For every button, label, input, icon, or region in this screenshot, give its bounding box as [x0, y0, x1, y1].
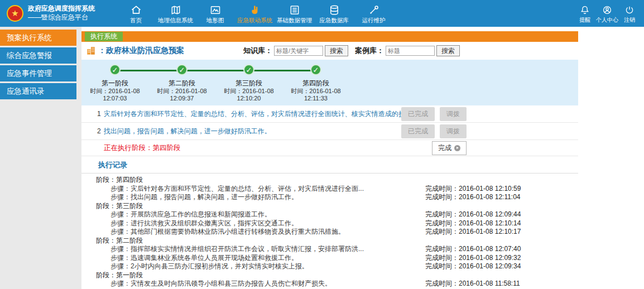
- stage-time: 12:07:03: [81, 95, 148, 102]
- stage-date: 时间：2016-01-08: [81, 88, 148, 95]
- knowledge-lib-label: 知识库：: [243, 46, 272, 56]
- current-step-row-2: 2 找出问题，报告问题，解决问题，进一步做好防汛工作。 已完成 调拨: [81, 123, 578, 140]
- case-lib-label: 案例库：: [355, 46, 384, 56]
- nav-item-emergency-linkage-system[interactable]: 应急联动系统: [235, 3, 275, 25]
- stage-4-check-icon: ✓: [310, 64, 321, 75]
- left-sidebar: 预案执行系统 综合应急警报 应急事件管理 应急通讯录: [0, 27, 81, 289]
- nav-item-terrain-map[interactable]: 地形图: [195, 3, 235, 25]
- case-search-button[interactable]: 搜索: [436, 45, 460, 56]
- execution-records-list: 阶段：第四阶段 步骤：灾后针对各方面和环节定性、定量的总结、分析、评估，对灾后情…: [81, 174, 578, 289]
- nav-item-label: 基础数据管理: [277, 17, 312, 25]
- logout-button[interactable]: 注销: [618, 3, 641, 24]
- step-description: 找出问题，报告问题，解决问题，进一步做好防汛工作。: [104, 127, 271, 136]
- step-number: 2: [97, 127, 101, 135]
- record-step-text: 步骤：进行抗洪救灾及组织群众撤离灾区，指挥灾区交通工作。: [81, 219, 425, 228]
- record-step-text: 步骤：迅速调集林业系统各单位人员展开现场处置和救援工作。: [81, 254, 425, 263]
- step-1-transfer-button[interactable]: 调拨: [440, 107, 467, 121]
- finish-button-label: 完成: [438, 143, 451, 153]
- sidebar-item-comprehensive-alert[interactable]: 综合应急警报: [0, 47, 76, 64]
- reminders-button[interactable]: 提醒: [574, 3, 596, 24]
- library-search-group: 知识库： 搜索 案例库： 搜索: [243, 45, 578, 56]
- plan-title: ：政府林业防汛应急预案: [98, 46, 184, 56]
- stage-time: 12:10:20: [215, 95, 282, 102]
- nav-item-label: 应急联动系统: [237, 17, 272, 25]
- nav-item-base-data-management[interactable]: 基础数据管理: [275, 3, 314, 25]
- action-label: 注销: [624, 16, 635, 24]
- record-row: 步骤：2小时内向县三防办汇报初步情况，并对实情实时核实上报。 完成时间：2016…: [81, 262, 578, 271]
- top-header: ★ 政府应急调度指挥系统 ——暨综合应急平台 首页 地理信息系统 地形图: [0, 0, 644, 27]
- record-row: 步骤：迅速调集林业系统各单位人员展开现场处置和救援工作。 完成时间：2016-0…: [81, 254, 578, 263]
- record-group-stage-1: 阶段：第一阶段 步骤：灾情发生及时向防汛领导小组和县三防办报告人员伤亡和财产损失…: [81, 271, 578, 289]
- record-group-stage-2: 阶段：第二阶段 步骤：指挥部核实实情情况并组织召开防洪工作会议，听取灾情汇报，安…: [81, 237, 578, 271]
- record-phase: 阶段：第二阶段: [81, 237, 578, 245]
- record-step-time: 完成时间：2016-01-08 11:58:11: [425, 280, 520, 288]
- stage-1-check-icon: ✓: [109, 64, 121, 75]
- nav-item-label: 地形图: [206, 17, 224, 25]
- tools-icon: [368, 4, 379, 16]
- record-step-text: 步骤：2小时内向县三防办汇报初步情况，并对实情实时核实上报。: [81, 262, 425, 271]
- step-1-done-button[interactable]: 已完成: [401, 107, 435, 121]
- stage-name: 第一阶段: [81, 79, 148, 88]
- database-icon: [329, 4, 340, 16]
- current-step-row-1: 1 灾后针对各方面和环节定性、定量的总结、分析、评估，对灾后情况进行全面统计、核…: [81, 105, 578, 123]
- stage-name: 第四阶段: [282, 79, 349, 88]
- record-step-text: 步骤：灾情发生及时向防汛领导小组和县三防办报告人员伤亡和财产损失。: [81, 280, 425, 288]
- app-brand: ★ 政府应急调度指挥系统 ——暨综合应急平台: [0, 4, 116, 22]
- stage-3-info: 第三阶段 时间：2016-01-08 12:10:20: [215, 78, 282, 102]
- stage-2-info: 第二阶段 时间：2016-01-08 12:09:37: [148, 78, 215, 102]
- person-icon: [602, 5, 612, 15]
- record-step-time: 完成时间：2016-01-08 12:09:34: [425, 262, 521, 271]
- step-2-transfer-button[interactable]: 调拨: [440, 124, 467, 138]
- home-icon: [131, 4, 142, 16]
- main-content: 执行系统 ：政府林业防汛应急预案 知识库： 搜索 案例库： 搜索 ✓ ✓: [81, 27, 578, 289]
- geo-map-icon: [170, 4, 181, 16]
- stage-labels-row: 第一阶段 时间：2016-01-08 12:07:03 第二阶段 时间：2016…: [81, 78, 578, 102]
- sidebar-item-plan-execution[interactable]: 预案执行系统: [0, 30, 76, 46]
- nav-item-geo-info-system[interactable]: 地理信息系统: [156, 3, 195, 25]
- record-group-stage-3: 阶段：第三阶段 步骤：开展防洪应急工作的信息报送和新闻报道工作。 完成时间：20…: [81, 202, 578, 237]
- header-user-actions: 提醒 个人中心 注销: [574, 3, 644, 24]
- knowledge-search-input[interactable]: [274, 46, 323, 56]
- record-step-time: 完成时间：2016-01-08 12:09:44: [425, 210, 521, 219]
- record-step-text: 步骤：找出问题，报告问题，解决问题，进一步做好防汛工作。: [81, 193, 425, 202]
- app-title-line2: ——暨综合应急平台: [28, 13, 95, 22]
- power-icon: [624, 5, 635, 15]
- record-row: 步骤：开展防洪应急工作的信息报送和新闻报道工作。 完成时间：2016-01-08…: [81, 210, 578, 219]
- nav-item-home[interactable]: 首页: [116, 3, 156, 25]
- record-row: 步骤：其他部门根据需要协助林业防汛小组进行转移物资及执行重大防汛措施。 完成时间…: [81, 228, 578, 237]
- record-phase: 阶段：第一阶段: [81, 271, 578, 280]
- nav-item-label: 运行维护: [362, 17, 386, 25]
- nav-item-emergency-database[interactable]: 应急数据库: [314, 3, 354, 25]
- stage-time: 12:09:37: [148, 95, 215, 102]
- nav-item-operation-maintenance[interactable]: 运行维护: [354, 3, 393, 25]
- record-step-text: 步骤：开展防洪应急工作的信息报送和新闻报道工作。: [81, 210, 425, 219]
- app-title-line1: 政府应急调度指挥系统: [28, 4, 95, 13]
- personal-center-button[interactable]: 个人中心: [596, 3, 618, 24]
- record-group-stage-4: 阶段：第四阶段 步骤：灾后针对各方面和环节定性、定量的总结、分析、评估，对灾后情…: [81, 176, 578, 202]
- step-2-done-button[interactable]: 已完成: [401, 124, 435, 138]
- stage-progress-panel: ✓ ✓ ✓ ✓ 第一阶段 时间：2016-01-08 12:07:03 第二阶段…: [81, 60, 578, 105]
- stage-3-check-icon: ✓: [243, 64, 254, 75]
- case-search-input[interactable]: [386, 46, 435, 56]
- stage-name: 第三阶段: [215, 79, 282, 88]
- record-step-time: 完成时间：2016-01-08 12:07:40: [425, 245, 521, 254]
- stage-date: 时间：2016-01-08: [282, 88, 349, 95]
- stage-date: 时间：2016-01-08: [215, 88, 282, 95]
- stage-name: 第二阶段: [148, 79, 215, 88]
- finish-stage-button[interactable]: 完成: [432, 141, 467, 155]
- record-step-time: 完成时间：2016-01-08 12:11:04: [425, 193, 521, 202]
- app-title: 政府应急调度指挥系统 ——暨综合应急平台: [28, 4, 95, 22]
- sidebar-item-event-management[interactable]: 应急事件管理: [0, 65, 76, 81]
- sidebar-item-contact-book[interactable]: 应急通讯录: [0, 83, 76, 99]
- knowledge-search-button[interactable]: 搜索: [325, 45, 348, 56]
- stage-track: ✓ ✓ ✓ ✓: [81, 64, 372, 78]
- record-row: 步骤：进行抗洪救灾及组织群众撤离灾区，指挥灾区交通工作。 完成时间：2016-0…: [81, 219, 578, 228]
- action-label: 提醒: [579, 16, 590, 24]
- hand-linkage-icon: [249, 4, 261, 16]
- record-row: 步骤：灾后针对各方面和环节定性、定量的总结、分析、评估，对灾后情况进行全面...…: [81, 185, 578, 194]
- national-emblem-logo: ★: [7, 5, 23, 22]
- stage-time: 12:11:33: [282, 95, 349, 102]
- stage-date: 时间：2016-01-08: [148, 88, 215, 95]
- tab-execution-system[interactable]: 执行系统: [85, 32, 123, 41]
- stage-1-info: 第一阶段 时间：2016-01-08 12:07:03: [81, 78, 148, 102]
